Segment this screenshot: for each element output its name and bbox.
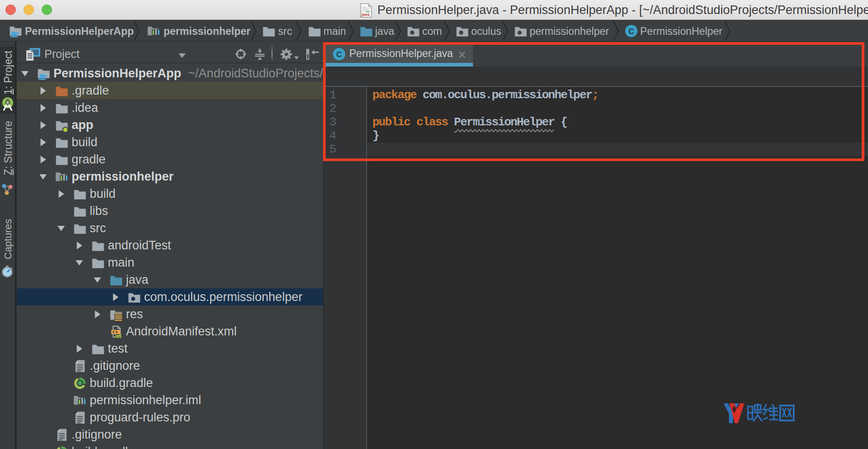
svg-text:java: java bbox=[361, 12, 370, 17]
